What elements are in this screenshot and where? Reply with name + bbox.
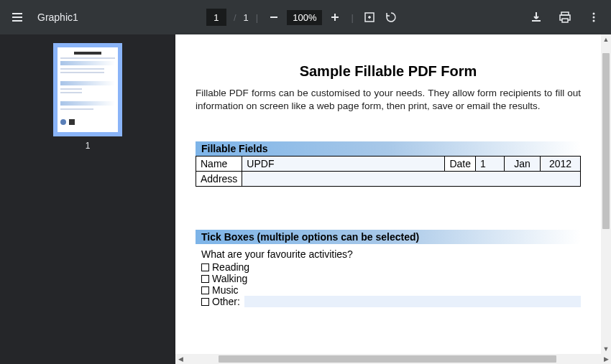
pdf-toolbar: Graphic1 / 1 | 100% |	[0, 0, 611, 34]
checkbox-icon	[201, 286, 209, 294]
vertical-scrollbar[interactable]: ▲ ▼	[601, 34, 611, 354]
download-button[interactable]	[528, 9, 545, 26]
fit-page-button[interactable]	[361, 9, 378, 26]
address-label: Address	[196, 172, 242, 187]
zoom-level: 100%	[287, 10, 322, 25]
date-year-field[interactable]: 2012	[541, 157, 581, 172]
file-name: Graphic1	[37, 11, 78, 23]
name-field[interactable]: UPDF	[242, 157, 445, 172]
svg-point-5	[593, 17, 595, 19]
scroll-down-arrow-icon[interactable]: ▼	[601, 344, 611, 354]
checkbox-icon	[201, 275, 209, 283]
more-menu-button[interactable]	[585, 9, 602, 26]
table-row: Name UPDF Date 1 Jan 2012	[196, 157, 581, 172]
pdf-viewport: Sample Fillable PDF Form Fillable PDF fo…	[175, 34, 611, 364]
rotate-button[interactable]	[382, 9, 400, 26]
date-month-field[interactable]: Jan	[505, 157, 541, 172]
checkbox-icon	[201, 263, 209, 271]
scroll-up-arrow-icon[interactable]: ▲	[601, 34, 611, 45]
table-row: Address	[196, 172, 581, 187]
scroll-right-arrow-icon[interactable]: ▶	[601, 354, 611, 364]
section-header-tickboxes: Tick Boxes (multiple options can be sele…	[196, 230, 581, 244]
document-description: Fillable PDF forms can be customised to …	[196, 87, 581, 113]
divider: |	[351, 12, 353, 23]
fillable-fields-table: Name UPDF Date 1 Jan 2012 Address	[196, 156, 581, 187]
zoom-out-button[interactable]	[265, 9, 282, 26]
horizontal-scrollbar[interactable]: ◀ ▶	[175, 354, 611, 364]
checkbox-walking[interactable]: Walking	[201, 273, 581, 284]
checkbox-label: Reading	[212, 261, 249, 273]
checkbox-icon	[201, 298, 209, 306]
thumbnail-label: 1	[86, 141, 91, 151]
date-day-field[interactable]: 1	[476, 157, 505, 172]
checkbox-music[interactable]: Music	[201, 284, 581, 296]
tickbox-question: What are your favourite activities?	[201, 248, 581, 260]
vertical-scroll-thumb[interactable]	[602, 53, 610, 229]
checkbox-label: Walking	[212, 273, 247, 284]
horizontal-scroll-thumb[interactable]	[219, 355, 556, 363]
date-label: Date	[445, 157, 476, 172]
name-label: Name	[196, 157, 242, 172]
total-pages: 1	[244, 12, 249, 23]
content-area: 1 Sample Fillable PDF Form Fillable PDF …	[0, 34, 611, 364]
other-text-field[interactable]	[244, 296, 581, 307]
pdf-page: Sample Fillable PDF Form Fillable PDF fo…	[175, 34, 601, 354]
page-separator: /	[234, 12, 236, 23]
svg-point-6	[593, 20, 595, 22]
svg-point-4	[593, 13, 595, 15]
document-title: Sample Fillable PDF Form	[196, 63, 581, 80]
divider: |	[256, 12, 258, 23]
checkbox-other[interactable]: Other:	[201, 296, 581, 307]
address-field[interactable]	[242, 172, 581, 187]
checkbox-label: Music	[212, 284, 239, 296]
svg-rect-3	[562, 19, 568, 22]
checkbox-label: Other:	[212, 296, 240, 307]
zoom-in-button[interactable]	[326, 9, 344, 26]
thumbnail-sidebar: 1	[0, 34, 175, 364]
page-thumbnail[interactable]	[53, 43, 122, 136]
print-button[interactable]	[556, 9, 574, 26]
checkbox-reading[interactable]: Reading	[201, 261, 581, 273]
scroll-left-arrow-icon[interactable]: ◀	[175, 354, 185, 364]
section-header-fillable: Fillable Fields	[196, 141, 581, 156]
page-number-input[interactable]	[206, 9, 226, 26]
menu-icon[interactable]	[9, 9, 26, 26]
